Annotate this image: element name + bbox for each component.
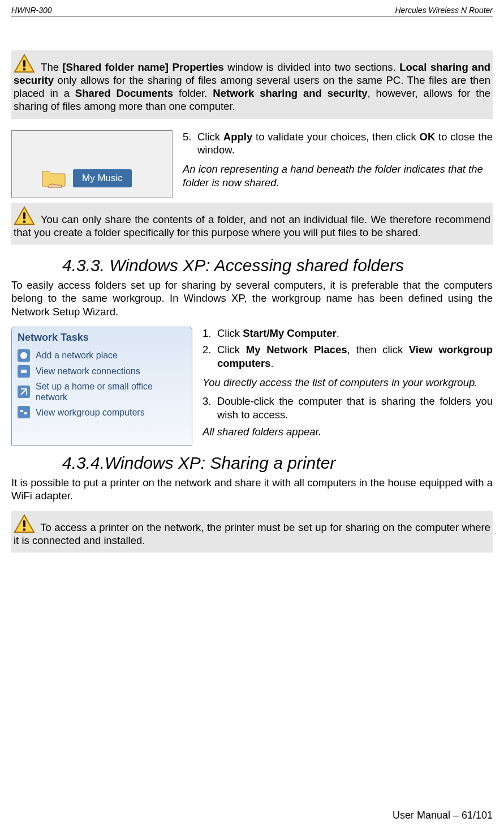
step-5: 5. Click Apply to validate your choices,… [183,130,493,157]
document-page: HWNR-300 Hercules Wireless N Router The … [0,0,504,835]
nt-item-add-place: Add a network place [18,349,186,362]
network-tasks-row: Network Tasks Add a network place View n… [11,327,493,446]
folder-item: My Music [40,165,132,192]
callout-text: To access a printer on the network, the … [14,521,490,546]
text: Click [217,344,246,356]
bold: [Shared folder name] Properties [62,61,224,73]
step-2: 2. Click My Network Places, then click V… [203,343,493,370]
folder-label: My Music [73,169,132,187]
page-footer: User Manual – 61/101 [393,810,493,821]
bold: Network sharing and security [213,87,367,99]
svg-point-6 [20,352,27,359]
header-title: Hercules Wireless N Router [395,6,493,15]
warning-callout-sharing-sections: The [Shared folder name] Properties wind… [11,50,493,119]
bold: OK [420,131,436,143]
nt-item-view-workgroup: View workgroup computers [18,406,186,418]
warning-icon [14,54,35,73]
warning-callout-printer-sharing: To access a printer on the network, the … [11,511,493,553]
step-body: Click My Network Places, then click View… [217,343,493,370]
warning-icon [14,514,35,533]
warning-icon [14,206,35,225]
svg-rect-7 [21,370,27,373]
note-shared-folders: All shared folders appear. [203,425,493,439]
svg-rect-5 [23,220,25,222]
step-body: Click Start/My Computer. [217,327,339,340]
nt-label: Set up a home or small office network [36,381,186,402]
text: . [337,327,339,339]
callout-text: The [37,61,62,73]
shared-folder-screenshot: My Music [11,130,173,198]
step-number: 5. [183,130,197,157]
bold: Start/My Computer [243,327,337,339]
section-heading-434: 4.3.4.Windows XP: Sharing a printer [62,453,493,473]
bold: Apply [223,131,252,143]
text: to validate your choices, then click [252,131,419,143]
step-body: Click Apply to validate your choices, th… [197,130,493,157]
connections-icon [18,365,30,378]
step-body: Double-click the computer that is sharin… [217,395,493,421]
nt-label: Add a network place [36,350,118,361]
text: . [271,357,274,369]
svg-rect-8 [20,410,23,412]
svg-rect-4 [23,212,25,219]
shared-folder-icon [40,165,67,192]
callout-text: You can only share the contents of a fol… [14,213,490,238]
step-number: 3. [203,395,217,421]
svg-rect-11 [23,521,25,527]
bold: My Network Places [246,344,347,356]
bold: Shared Documents [75,87,173,99]
svg-rect-1 [23,60,25,66]
section-intro-433: To easily access folders set up for shar… [11,279,493,319]
nt-item-setup-network: Set up a home or small office network [18,381,186,402]
header-model: HWNR-300 [11,6,52,15]
nt-item-view-connections: View network connections [18,365,186,378]
step-1: 1. Click Start/My Computer. [203,327,493,340]
svg-rect-12 [23,529,25,531]
step5-italic-note: An icon representing a hand beneath the … [183,162,493,189]
section-intro-434: It is possible to put a printer on the n… [11,476,493,503]
text: , then click [347,344,409,356]
setup-network-icon [18,386,30,398]
section-heading-433: 4.3.3. Windows XP: Accessing shared fold… [62,256,493,275]
svg-rect-9 [24,412,27,414]
step-number: 2. [203,343,217,370]
network-tasks-title: Network Tasks [18,332,186,344]
warning-callout-folder-only: You can only share the contents of a fol… [11,203,493,245]
step5-text: 5. Click Apply to validate your choices,… [183,130,493,190]
text: Click [197,131,223,143]
network-place-icon [18,349,30,362]
workgroup-icon [18,406,30,418]
page-header: HWNR-300 Hercules Wireless N Router [11,6,493,16]
steps-433: 1. Click Start/My Computer. 2. Click My … [203,327,493,439]
note-workgroup-list: You directly access the list of computer… [203,376,493,389]
text: folder. [173,87,213,99]
text: Click [217,327,243,339]
step-number: 1. [203,327,217,340]
nt-label: View network connections [36,366,140,376]
step5-row: My Music 5. Click Apply to validate your… [11,130,493,198]
network-tasks-screenshot: Network Tasks Add a network place View n… [11,327,192,446]
step-3: 3. Double-click the computer that is sha… [203,395,493,421]
text: window is divided into two sections. [224,61,399,73]
nt-label: View workgroup computers [36,407,145,418]
svg-rect-2 [23,68,25,71]
